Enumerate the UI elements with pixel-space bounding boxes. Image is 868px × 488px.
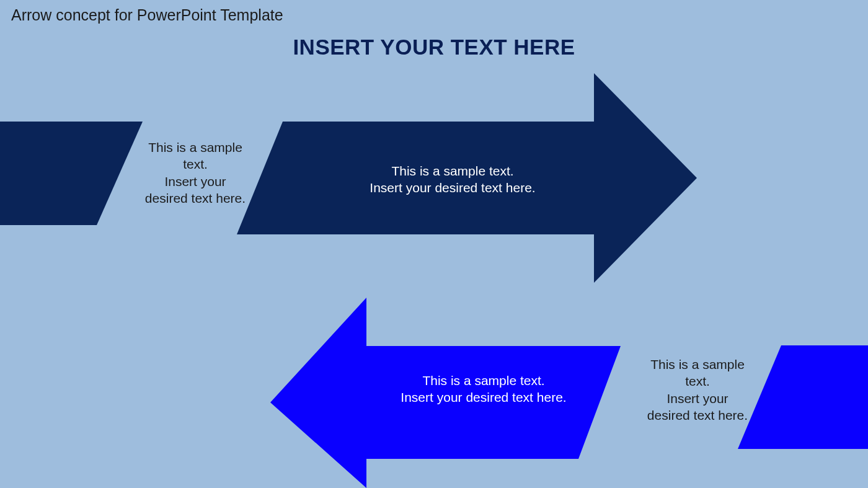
arrow-right-text: This is a sample text.Insert your desire…	[329, 162, 577, 197]
bottom-tail-fragment	[738, 345, 868, 449]
note-bottom: This is a sample text.Insert your desire…	[645, 356, 750, 424]
note-top: This is a sample text.Insert your desire…	[143, 139, 248, 206]
top-tail-fragment	[0, 122, 143, 225]
slide-label: Arrow concept for PowerPoint Template	[11, 6, 283, 24]
main-title: INSERT YOUR TEXT HERE	[0, 35, 868, 60]
svg-marker-0	[0, 122, 143, 225]
arrow-left-text: This is a sample text.Insert your desire…	[360, 372, 608, 406]
svg-marker-3	[738, 345, 868, 449]
